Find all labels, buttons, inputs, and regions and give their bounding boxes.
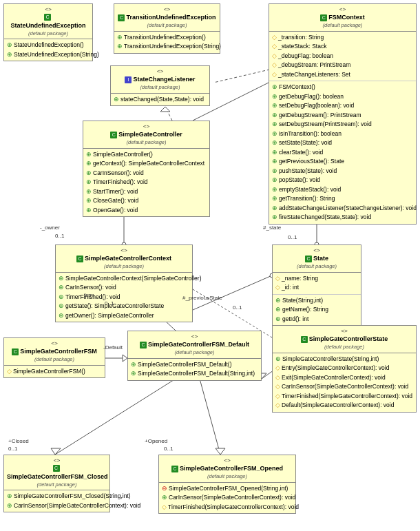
label-fsm-mult: 0..1 — [105, 300, 114, 306]
class-icon-FSMContext: C — [320, 14, 327, 21]
class-icon-StateUndefinedException: C — [44, 14, 51, 21]
method-item: ⊕StartTimer(): void — [86, 187, 207, 197]
methods-section-FSMContext: ⊕FSMContext()⊕getDebugFlag(): boolean⊕se… — [269, 81, 416, 224]
method-item: ⊕SimpleGateControllerFSM_Default(String,… — [131, 369, 258, 379]
method-item: ⊕SimpleGateController() — [86, 150, 207, 160]
attr-item: ◇_id: int — [275, 283, 358, 293]
method-item: ⊕fireStateChanged(State,State): void — [272, 213, 413, 222]
method-item: ⊕getDebugFlag(): boolean — [272, 92, 413, 102]
label-closed: +Closed — [8, 438, 29, 444]
method-item: ⊕TimerFinished(): void — [59, 293, 189, 302]
methods-section-SimpleGateControllerFSM_Opened: ⊖SimpleGateControllerFSM_Opened(String,i… — [159, 483, 295, 514]
box-header-SimpleGateControllerFSM_Opened: <> CSimpleGateControllerFSM_Opened (defa… — [159, 455, 295, 483]
method-item: ⊕SimpleGateControllerFSM_Closed(String,i… — [7, 492, 107, 501]
label-fsm: -_fsm — [79, 292, 93, 298]
method-item: ⊕CarInSensor(): void — [86, 169, 207, 178]
method-item: ⊕popState(): void — [272, 176, 413, 185]
class-icon-SimpleGateControllerState: C — [301, 336, 308, 343]
attr-item: ◇_stateStack: Stack — [272, 42, 413, 52]
uml-box-fsmcontext: <> CFSMContext (default package) ◇_trans… — [269, 3, 417, 225]
uml-box-simplegatecontrollerfsm: <> CSimpleGateControllerFSM (default pac… — [3, 337, 105, 378]
methods-section-SimpleGateControllerFSM: ◇SimpleGateControllerFSM() — [4, 366, 105, 378]
method-item: ⊕StateUndefinedException() — [7, 41, 90, 50]
svg-line-20 — [200, 379, 220, 455]
method-item: ◇TimerFinished(SimpleGateControllerConte… — [275, 392, 413, 402]
method-item: ⊕CarInSensor(SimpleGateControllerContext… — [162, 493, 293, 503]
method-item: ⊕setDebugStream(PrintStream): void — [272, 120, 413, 129]
method-item: ⊕emptyStateStack(): void — [272, 185, 413, 195]
label-state-mult: 0..1 — [288, 234, 297, 240]
attr-item: ◇_transition: String — [272, 33, 413, 43]
attr-item: ◇_stateChangeListeners: Set — [272, 70, 413, 80]
method-item: ⊕SimpleGateControllerContext(SimpleGateC… — [59, 274, 189, 284]
method-item: ◇CarInSensor(SimpleGateControllerContext… — [275, 382, 413, 392]
box-header-SimpleGateControllerContext: <> CSimpleGateControllerContext (default… — [56, 245, 192, 273]
uml-box-simplegatecontrollerfsm_opened: <> CSimpleGateControllerFSM_Opened (defa… — [158, 455, 296, 514]
method-item: ⊕isInTransition(): boolean — [272, 129, 413, 139]
method-item: ⊕StateUndefinedException(String) — [7, 50, 90, 60]
method-item: ⊕TransitionUndefinedException() — [117, 33, 217, 43]
uml-box-simplegatecontroller: <> CSimpleGateController (default packag… — [83, 121, 210, 217]
method-item: ⊕CarInSensor(SimpleGateControllerContext… — [7, 501, 107, 511]
method-item: ⊕SimpleGateControllerState(String,int) — [275, 355, 413, 364]
label-default: -Default — [103, 344, 123, 351]
method-item: ⊕getState(): SimpleGateControllerState — [59, 302, 189, 311]
methods-section-TransitionUndefinedException: ⊕TransitionUndefinedException()⊕Transiti… — [114, 32, 220, 53]
method-item: ⊕clearState(): void — [272, 148, 413, 158]
label-prevstate: #_previousState — [182, 295, 222, 301]
box-header-StateUndefinedException: <> CStateUndefinedException (default pac… — [4, 4, 92, 39]
method-item: ⊕getId(): int — [275, 315, 358, 324]
method-item: ⊕SimpleGateControllerFSM_Default() — [131, 360, 258, 370]
svg-marker-21 — [216, 448, 225, 455]
method-item: ⊕TimerFinished(): void — [86, 178, 207, 187]
class-icon-TransitionUndefinedException: C — [118, 14, 125, 21]
method-item: ⊕setDebugFlag(boolean): void — [272, 101, 413, 111]
method-item: ⊕setState(State): void — [272, 138, 413, 148]
class-icon-SimpleGateControllerFSM_Opened: C — [171, 466, 178, 472]
class-icon-SimpleGateControllerFSM_Closed: C — [53, 465, 60, 472]
label-prevstate-mult: 0..1 — [233, 304, 242, 311]
svg-line-3 — [165, 107, 172, 121]
uml-box-simplegatecontrollercontext: <> CSimpleGateControllerContext (default… — [55, 244, 193, 322]
methods-section-SimpleGateController: ⊕SimpleGateController()⊕getContext(): Si… — [83, 149, 209, 217]
method-item: ⊕getOwner(): SimpleGateController — [59, 311, 189, 321]
method-item: ⊕pushState(State): void — [272, 167, 413, 176]
uml-box-transitionundefinedexception: <> CTransitionUndefinedException (defaul… — [114, 3, 220, 54]
label-owner: -_owner — [40, 225, 60, 231]
method-item: ◇TimerFinished(SimpleGateControllerConte… — [162, 503, 293, 512]
label-state: #_state — [263, 225, 281, 231]
method-item: ⊕FSMContext() — [272, 83, 413, 92]
diagram-container: <> CStateUndefinedException (default pac… — [0, 0, 420, 531]
methods-section-SimpleGateControllerContext: ⊕SimpleGateControllerContext(SimpleGateC… — [56, 273, 192, 322]
method-item: ⊖SimpleGateControllerFSM_Opened(String,i… — [162, 484, 293, 494]
methods-section-StateChangeListener: ⊕stateChanged(State,State): void — [111, 94, 209, 106]
method-item: ⊕addStateChangeListener(StateChangeListe… — [272, 204, 413, 214]
attrs-section-FSMContext: ◇_transition: String◇_stateStack: Stack◇… — [269, 32, 416, 82]
box-header-TransitionUndefinedException: <> CTransitionUndefinedException (defaul… — [114, 4, 220, 32]
method-item: ◇Entry(SimpleGateControllerContext): voi… — [275, 364, 413, 373]
box-header-FSMContext: <> CFSMContext (default package) — [269, 4, 416, 32]
method-item: ⊕TransitionUndefinedException(String) — [117, 42, 217, 52]
uml-box-statechangelistener: <> IStateChangeListener (default package… — [110, 65, 210, 106]
class-icon-StateChangeListener: I — [125, 76, 132, 83]
method-item: ⊕stateChanged(State,State): void — [114, 95, 207, 105]
method-item: ⊕State(String,int) — [275, 296, 358, 306]
method-item: ⊕OpenGate(): void — [86, 206, 207, 216]
label-opened: +Opened — [145, 438, 167, 444]
attr-item: ◇_debugFlag: boolean — [272, 52, 413, 61]
box-header-SimpleGateControllerFSM_Closed: <> CSimpleGateControllerFSM_Closed (defa… — [4, 455, 109, 490]
uml-box-stateundefinedexception: <> CStateUndefinedException (default pac… — [3, 3, 93, 61]
box-header-State: <> CState (default package) — [273, 245, 361, 273]
box-header-StateChangeListener: <> IStateChangeListener (default package… — [111, 66, 209, 94]
box-header-SimpleGateControllerFSM: <> CSimpleGateControllerFSM (default pac… — [4, 338, 105, 366]
svg-marker-17 — [123, 355, 127, 362]
class-icon-State: C — [305, 256, 312, 262]
method-item: ⊕CarInSensor(): void — [59, 283, 189, 293]
attrs-section-State: ◇_name: String◇_id: int — [273, 273, 361, 295]
uml-box-state: <> CState (default package) ◇_name: Stri… — [272, 244, 361, 335]
method-item: ⊕getTransition(): String — [272, 194, 413, 204]
methods-section-SimpleGateControllerState: ⊕SimpleGateControllerState(String,int)◇E… — [273, 353, 416, 412]
method-item: ⊕getName(): String — [275, 305, 358, 315]
label-closed-mult: 0..1 — [8, 446, 17, 452]
label-owner-mult: 0..1 — [55, 233, 64, 239]
